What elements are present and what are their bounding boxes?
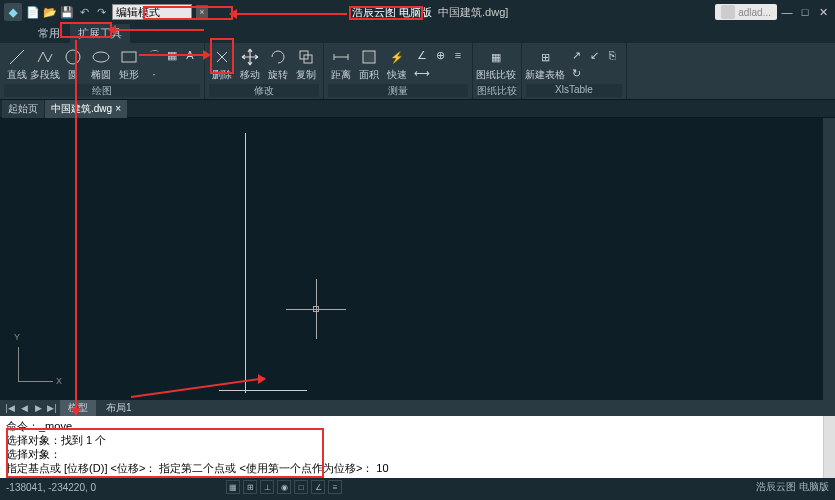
maximize-button[interactable]: □ <box>797 5 813 19</box>
snap-toggle[interactable]: ▦ <box>226 480 240 494</box>
refresh-icon[interactable]: ↻ <box>568 66 584 82</box>
ribbon-group-draw: 直线 多段线 圆 椭圆 矩形 ⌒ ▦ A · 绘图 <box>0 43 205 99</box>
ellipse-button[interactable]: 椭圆 <box>88 45 114 84</box>
compare-icon: ▦ <box>486 47 506 67</box>
quick-access-toolbar: 📄 📂 💾 ↶ ↷ <box>26 5 108 19</box>
user-badge[interactable]: adlad... <box>715 4 777 20</box>
draw-small-icons: ⌒ ▦ A · <box>144 45 200 84</box>
line-icon <box>7 47 27 67</box>
line-button[interactable]: 直线 <box>4 45 30 84</box>
redo-icon[interactable]: ↷ <box>94 5 108 19</box>
titlebar: ◆ 📄 📂 💾 ↶ ↷ 编辑模式 × 浩辰云图 电脑版 中国建筑.dwg] ad… <box>0 0 835 24</box>
doctab-start[interactable]: 起始页 <box>2 100 44 118</box>
drawing-canvas[interactable]: X Y <box>0 118 835 400</box>
ribbon-group-modify: 删除 移动 旋转 复制 修改 <box>205 43 324 99</box>
document-tabs: 起始页 中国建筑.dwg× <box>0 100 835 118</box>
svg-rect-3 <box>122 52 136 62</box>
scrollbar-vertical[interactable] <box>823 118 835 400</box>
table-small-icons: ↗ ↙ ⎘ ↻ <box>566 45 622 84</box>
compare-button[interactable]: ▦图纸比较 <box>477 45 515 84</box>
undo-icon[interactable]: ↶ <box>77 5 91 19</box>
cmd-line: 选择对象： <box>6 447 829 461</box>
svg-point-1 <box>66 50 80 64</box>
cmd-line: 选择对象：找到 1 个 <box>6 433 829 447</box>
rotate-button[interactable]: 旋转 <box>265 45 291 84</box>
tab-extend[interactable]: 扩展工具 <box>70 24 130 43</box>
close-button[interactable]: ✕ <box>815 5 831 19</box>
ucs-icon: X Y <box>18 342 58 382</box>
layout1-tab[interactable]: 布局1 <box>98 400 140 416</box>
grid-toggle[interactable]: ⊞ <box>243 480 257 494</box>
nav-next-icon[interactable]: ▶ <box>32 402 44 414</box>
link-icon[interactable]: ⎘ <box>604 47 620 63</box>
search-input[interactable]: 编辑模式 <box>112 4 192 20</box>
arc-icon[interactable]: ⌒ <box>146 47 162 63</box>
open-icon[interactable]: 📂 <box>43 5 57 19</box>
otrack-toggle[interactable]: ∠ <box>311 480 325 494</box>
group-label-compare: 图纸比较 <box>477 84 517 97</box>
minimize-button[interactable]: — <box>779 5 795 19</box>
distance-button[interactable]: 距离 <box>328 45 354 84</box>
import-icon[interactable]: ↙ <box>586 47 602 63</box>
move-icon <box>240 47 260 67</box>
svg-line-0 <box>10 50 24 64</box>
quick-button[interactable]: ⚡快速 <box>384 45 410 84</box>
ribbon: 直线 多段线 圆 椭圆 矩形 ⌒ ▦ A · 绘图 删除 移动 旋转 复制 修改… <box>0 42 835 100</box>
ortho-toggle[interactable]: ⊥ <box>260 480 274 494</box>
command-window[interactable]: 命令：_move 选择对象：找到 1 个 选择对象： 指定基点或 [位移(D)]… <box>0 416 835 478</box>
app-logo[interactable]: ◆ <box>4 3 22 21</box>
model-tab[interactable]: 模型 <box>60 400 96 416</box>
text-icon[interactable]: A <box>182 47 198 63</box>
copy-icon <box>296 47 316 67</box>
ribbon-group-measure: 距离 面积 ⚡快速 ∠ ⊕ ≡ ⟷ 测量 <box>324 43 473 99</box>
polar-toggle[interactable]: ◉ <box>277 480 291 494</box>
nav-first-icon[interactable]: |◀ <box>4 402 16 414</box>
cmd-scrollbar[interactable] <box>823 416 835 478</box>
circle-button[interactable]: 圆 <box>60 45 86 84</box>
copy-button[interactable]: 复制 <box>293 45 319 84</box>
cmd-line: 命令：_move <box>6 419 829 433</box>
group-label-measure: 测量 <box>328 84 468 97</box>
status-bar: -138041, -234220, 0 ▦ ⊞ ⊥ ◉ □ ∠ ≡ 浩辰云图 电… <box>0 478 835 496</box>
angle-icon[interactable]: ∠ <box>414 47 430 63</box>
list-icon[interactable]: ≡ <box>450 47 466 63</box>
search-clear-button[interactable]: × <box>196 5 208 19</box>
nav-prev-icon[interactable]: ◀ <box>18 402 30 414</box>
table-icon: ⊞ <box>535 47 555 67</box>
quick-icon: ⚡ <box>387 47 407 67</box>
avatar-icon <box>721 5 735 19</box>
move-button[interactable]: 移动 <box>237 45 263 84</box>
export-icon[interactable]: ↗ <box>568 47 584 63</box>
id-icon[interactable]: ⊕ <box>432 47 448 63</box>
menu-tabs: 常用 扩展工具 <box>0 24 835 42</box>
status-toggles: ▦ ⊞ ⊥ ◉ □ ∠ ≡ <box>226 480 342 494</box>
window-controls: adlad... — □ ✕ <box>715 4 831 20</box>
rect-icon <box>119 47 139 67</box>
dim-icon[interactable]: ⟷ <box>414 66 430 82</box>
save-icon[interactable]: 💾 <box>60 5 74 19</box>
drawing-line-horizontal <box>219 390 307 391</box>
newtable-button[interactable]: ⊞新建表格 <box>526 45 564 84</box>
tab-common[interactable]: 常用 <box>30 24 68 43</box>
svg-point-2 <box>93 52 109 62</box>
ribbon-group-compare: ▦图纸比较 图纸比较 <box>473 43 522 99</box>
new-icon[interactable]: 📄 <box>26 5 40 19</box>
nav-last-icon[interactable]: ▶| <box>46 402 58 414</box>
delete-button[interactable]: 删除 <box>209 45 235 84</box>
user-label: adlad... <box>738 7 771 18</box>
lwt-toggle[interactable]: ≡ <box>328 480 342 494</box>
rect-button[interactable]: 矩形 <box>116 45 142 84</box>
hatch-icon[interactable]: ▦ <box>164 47 180 63</box>
doctab-close-icon[interactable]: × <box>115 103 121 114</box>
polyline-icon <box>35 47 55 67</box>
point-icon[interactable]: · <box>146 66 162 82</box>
group-label-draw: 绘图 <box>4 84 200 97</box>
area-button[interactable]: 面积 <box>356 45 382 84</box>
group-label-xlstable: XlsTable <box>526 84 622 97</box>
delete-icon <box>212 47 232 67</box>
status-brand: 浩辰云图 电脑版 <box>756 480 829 494</box>
polyline-button[interactable]: 多段线 <box>32 45 58 84</box>
ribbon-group-table: ⊞新建表格 ↗ ↙ ⎘ ↻ XlsTable <box>522 43 627 99</box>
osnap-toggle[interactable]: □ <box>294 480 308 494</box>
doctab-active[interactable]: 中国建筑.dwg× <box>45 100 127 118</box>
